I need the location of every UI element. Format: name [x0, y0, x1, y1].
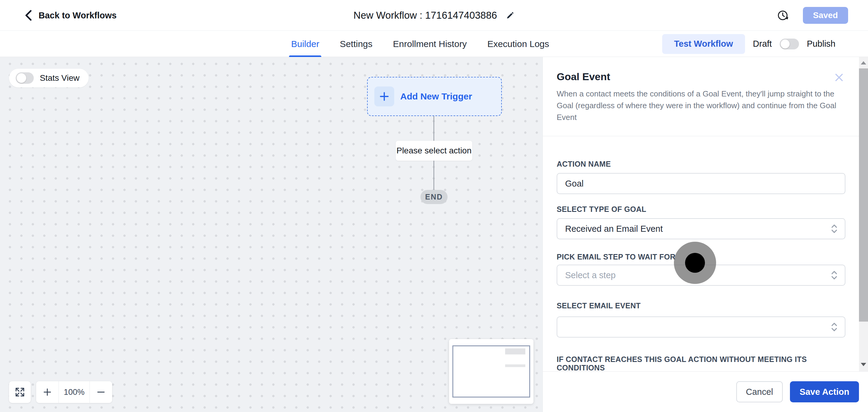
workflow-title-group: New Workflow : 1716147403886 [353, 0, 515, 31]
workflow-canvas[interactable]: Stats View Add New Trigger Please select… [0, 57, 542, 412]
fullscreen-button[interactable] [9, 381, 31, 403]
topbar-right-group: Saved [776, 0, 848, 31]
zoom-level: 100% [59, 381, 90, 403]
back-label: Back to Workflows [38, 10, 117, 21]
pencil-icon [506, 11, 515, 20]
goal-type-select[interactable]: Received an Email Event [557, 218, 845, 239]
add-new-trigger-button[interactable]: Add New Trigger [367, 77, 502, 116]
action-settings-panel: Goal Event When a contact meets the cond… [542, 57, 868, 412]
panel-title: Goal Event [557, 71, 841, 83]
back-to-workflows-button[interactable]: Back to Workflows [24, 0, 117, 31]
stats-view-label: Stats View [40, 73, 80, 83]
panel-header: Goal Event When a contact meets the cond… [543, 57, 868, 136]
panel-description: When a contact meets the conditions of a… [557, 88, 841, 123]
cancel-button[interactable]: Cancel [736, 381, 783, 402]
save-action-button[interactable]: Save Action [790, 381, 859, 402]
publish-toggle[interactable] [780, 39, 799, 50]
fallback-label: IF CONTACT REACHES THIS GOAL ACTION WITH… [557, 355, 845, 371]
action-name-label: ACTION NAME [557, 160, 845, 168]
tab-settings[interactable]: Settings [340, 31, 372, 57]
minimap-label-block [505, 365, 525, 367]
stats-view-toggle-knob [17, 73, 26, 83]
top-bar: Back to Workflows New Workflow : 1716147… [0, 0, 868, 31]
email-step-group: PICK EMAIL STEP TO WAIT FOR Select a ste… [557, 253, 845, 286]
zoom-in-button[interactable] [36, 381, 59, 403]
tab-execution-logs[interactable]: Execution Logs [487, 31, 549, 57]
clock-history-icon [776, 9, 789, 22]
test-workflow-button[interactable]: Test Workflow [662, 34, 745, 54]
triangle-down-icon[interactable] [861, 363, 866, 366]
saved-button[interactable]: Saved [803, 7, 848, 24]
goal-type-value: Received an Email Event [565, 224, 663, 234]
panel-fields: ACTION NAME SELECT TYPE OF GOAL Received… [543, 136, 868, 371]
history-button[interactable] [776, 9, 789, 22]
stats-view-pill: Stats View [9, 69, 89, 87]
publish-label: Publish [807, 39, 835, 49]
tabbar-right-controls: Test Workflow Draft Publish [662, 31, 835, 57]
tab-enrollment-history[interactable]: Enrollment History [393, 31, 467, 57]
publish-toggle-knob [781, 39, 789, 49]
fallback-group: IF CONTACT REACHES THIS GOAL ACTION WITH… [557, 355, 845, 371]
plus-icon [42, 387, 53, 397]
panel-scrollbar[interactable] [859, 57, 868, 371]
chevron-up-down-icon [830, 270, 838, 281]
plus-icon [378, 90, 390, 102]
triangle-up-icon[interactable] [861, 61, 866, 64]
chevron-up-down-icon [830, 322, 838, 332]
chevron-up-down-icon [830, 223, 838, 234]
close-panel-button[interactable] [832, 71, 846, 85]
please-select-action-label[interactable]: Please select action [396, 141, 472, 161]
end-node: END [421, 190, 447, 204]
zoom-controls: 100% [36, 381, 112, 403]
email-event-label: SELECT EMAIL EVENT [557, 302, 845, 310]
action-name-input[interactable] [557, 173, 845, 194]
minimap[interactable] [449, 339, 533, 404]
minus-icon [96, 387, 106, 397]
tab-builder[interactable]: Builder [291, 31, 319, 57]
tab-bar: Builder Settings Enrollment History Exec… [0, 31, 868, 57]
expand-arrows-icon [14, 387, 25, 398]
action-name-group: ACTION NAME [557, 160, 845, 194]
tabs-group: Builder Settings Enrollment History Exec… [291, 31, 549, 57]
minimap-trigger-block [505, 348, 525, 354]
edit-title-button[interactable] [506, 11, 515, 20]
add-new-trigger-label: Add New Trigger [400, 91, 472, 102]
panel-footer: Cancel Save Action [543, 371, 868, 412]
email-event-group: SELECT EMAIL EVENT [557, 302, 845, 338]
email-step-label: PICK EMAIL STEP TO WAIT FOR [557, 253, 845, 261]
email-event-select[interactable] [557, 316, 845, 338]
goal-type-group: SELECT TYPE OF GOAL Received an Email Ev… [557, 205, 845, 239]
scrollbar-thumb[interactable] [859, 68, 868, 322]
draft-label: Draft [753, 39, 772, 49]
email-step-select[interactable]: Select a step [557, 265, 845, 286]
x-icon [834, 72, 844, 83]
email-step-placeholder: Select a step [565, 271, 616, 280]
zoom-out-button[interactable] [90, 381, 112, 403]
chevron-left-icon [24, 10, 33, 21]
page-title: New Workflow : 1716147403886 [353, 10, 497, 21]
active-tab-underline [289, 56, 321, 57]
goal-type-label: SELECT TYPE OF GOAL [557, 205, 845, 213]
stats-view-toggle[interactable] [16, 72, 34, 84]
plus-icon-square [374, 87, 394, 106]
